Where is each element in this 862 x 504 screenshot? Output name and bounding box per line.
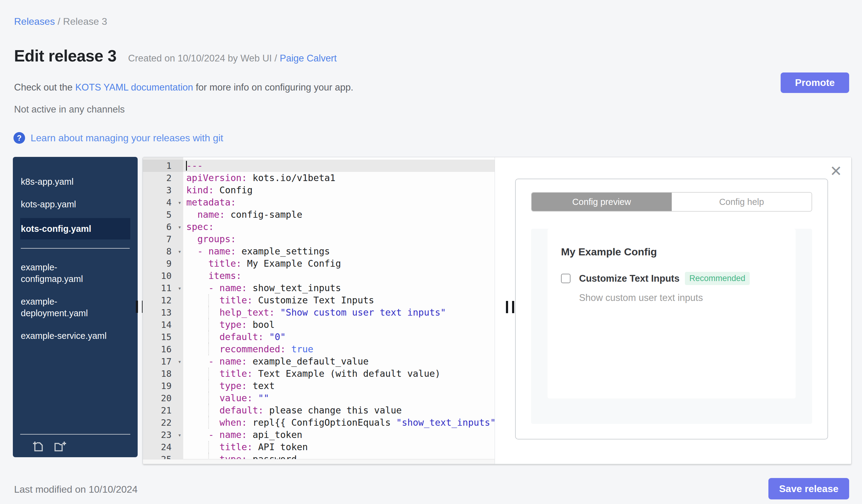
- gutter-line-number: 3: [143, 184, 183, 196]
- fold-arrow-icon[interactable]: ▾: [178, 282, 181, 294]
- gutter-line-number: 22: [143, 416, 183, 429]
- created-text: Created on 10/10/2024 by Web UI /: [128, 53, 280, 64]
- config-item-help: Show custom user text inputs: [579, 292, 782, 303]
- doc-suffix: for more info on configuring your app.: [193, 82, 353, 93]
- gutter-line-number: 20: [143, 392, 183, 404]
- gutter-line-number: 9: [143, 257, 183, 270]
- config-item-row: Customize Text Inputs Recommended: [561, 272, 782, 285]
- breadcrumb-separator: /: [55, 16, 63, 27]
- code-line-text: title: API token: [183, 441, 495, 453]
- question-mark-icon[interactable]: ?: [13, 132, 25, 144]
- sidebar-item-kots-app.yaml[interactable]: kots-app.yaml: [20, 196, 116, 213]
- doc-prefix: Check out the: [14, 82, 75, 93]
- gutter-line-number: 18: [143, 368, 183, 380]
- indent-guide: [208, 331, 209, 343]
- code-line-11: 11▾ - name: show_text_inputs: [143, 282, 495, 294]
- new-folder-button[interactable]: [53, 439, 67, 453]
- preview-tabs: Config previewConfig help: [531, 192, 812, 212]
- code-line-text: title: Text Example (with default value): [183, 368, 495, 380]
- gutter-line-number: 21: [143, 404, 183, 416]
- config-preview-area: My Example Config Customize Text Inputs …: [531, 229, 812, 424]
- code-line-5: 5 name: config-sample: [143, 209, 495, 221]
- fold-arrow-icon[interactable]: ▾: [178, 245, 181, 257]
- text-cursor: [186, 161, 187, 171]
- code-line-22: 22 when: repl{{ ConfigOptionEquals "show…: [143, 416, 495, 429]
- code-line-12: 12 title: Customize Text Inputs: [143, 294, 495, 306]
- code-line-text: - name: example_default_value: [183, 355, 495, 368]
- code-line-20: 20 value: "": [143, 392, 495, 404]
- code-line-text: - name: show_text_inputs: [183, 282, 495, 294]
- code-line-19: 19 type: text: [143, 380, 495, 392]
- code-line-8: 8▾ - name: example_settings: [143, 245, 495, 257]
- code-rows[interactable]: 1---2apiVersion: kots.io/v1beta13kind: C…: [143, 157, 495, 459]
- indent-guide: [208, 380, 209, 392]
- gutter-line-number: 6▾: [143, 221, 183, 233]
- gutter-line-number: 24: [143, 441, 183, 453]
- code-line-text: value: "": [183, 392, 495, 404]
- code-line-text: title: My Example Config: [183, 257, 495, 270]
- sidebar-item-example-deployment.yaml[interactable]: example-deployment.yaml: [20, 293, 116, 322]
- code-line-text: title: Customize Text Inputs: [183, 294, 495, 306]
- gutter-line-number: 4▾: [143, 196, 183, 209]
- breadcrumb: Releases / Release 3: [14, 16, 107, 27]
- code-line-23: 23▾ - name: api_token: [143, 429, 495, 441]
- gutter-line-number: 23▾: [143, 429, 183, 441]
- code-line-text: ---: [183, 160, 495, 172]
- close-icon[interactable]: ✕: [830, 164, 842, 178]
- recommended-badge: Recommended: [685, 272, 749, 285]
- sidebar-item-k8s-app.yaml[interactable]: k8s-app.yaml: [20, 173, 116, 190]
- indent-guide: [208, 319, 209, 331]
- file-sidebar: k8s-app.yamlkots-app.yamlkots-config.yam…: [13, 157, 138, 457]
- code-line-2: 2apiVersion: kots.io/v1beta1: [143, 172, 495, 184]
- save-release-button[interactable]: Save release: [768, 478, 849, 500]
- gutter-line-number: 17▾: [143, 355, 183, 368]
- preview-card: Config previewConfig help My Example Con…: [515, 178, 828, 439]
- customize-text-inputs-checkbox[interactable]: [561, 274, 571, 283]
- tab-config-help[interactable]: Config help: [672, 193, 812, 211]
- config-group-card: My Example Config Customize Text Inputs …: [548, 229, 796, 398]
- gutter-line-number: 11▾: [143, 282, 183, 294]
- author-link[interactable]: Paige Calvert: [280, 53, 337, 64]
- code-line-15: 15 default: "0": [143, 331, 495, 343]
- kots-yaml-doc-link[interactable]: KOTS YAML documentation: [75, 82, 193, 93]
- page-title: Edit release 3: [14, 47, 117, 65]
- breadcrumb-current: Release 3: [63, 16, 107, 27]
- code-line-10: 10 items:: [143, 270, 495, 282]
- code-line-21: 21 default: please change this value: [143, 404, 495, 416]
- git-releases-link[interactable]: Learn about managing your releases with …: [30, 132, 223, 144]
- gutter-line-number: 10: [143, 270, 183, 282]
- fold-arrow-icon[interactable]: ▾: [178, 355, 181, 368]
- code-line-text: default: please change this value: [183, 404, 495, 416]
- promote-button[interactable]: Promote: [781, 72, 849, 93]
- sidebar-item-example-configmap.yaml[interactable]: example-configmap.yaml: [20, 258, 116, 288]
- fold-arrow-icon[interactable]: ▾: [178, 221, 181, 233]
- code-line-text: help_text: "Show custom user text inputs…: [183, 306, 495, 319]
- horizontal-scrollbar[interactable]: [143, 459, 495, 464]
- code-line-text: when: repl{{ ConfigOptionEquals "show_te…: [183, 416, 495, 429]
- code-line-17: 17▾ - name: example_default_value: [143, 355, 495, 368]
- gutter-line-number: 16: [143, 343, 183, 355]
- gutter-line-number: 8▾: [143, 245, 183, 257]
- code-line-13: 13 help_text: "Show custom user text inp…: [143, 306, 495, 319]
- config-item-label: Customize Text Inputs: [579, 273, 679, 284]
- config-preview-panel: ✕ Config previewConfig help My Example C…: [495, 157, 851, 464]
- breadcrumb-releases-link[interactable]: Releases: [14, 16, 55, 27]
- code-line-text: - name: example_settings: [183, 245, 495, 257]
- sidebar-actions: [32, 439, 67, 453]
- indent-guide: [208, 404, 209, 416]
- preview-resize-handle[interactable]: [506, 301, 514, 313]
- gutter-line-number: 7: [143, 233, 183, 245]
- tab-config-preview[interactable]: Config preview: [532, 193, 672, 211]
- fold-arrow-icon[interactable]: ▾: [178, 196, 181, 209]
- sidebar-item-kots-config.yaml[interactable]: kots-config.yaml: [20, 218, 130, 239]
- new-file-button[interactable]: [32, 439, 45, 453]
- gutter-line-number: 15: [143, 331, 183, 343]
- indent-guide: [208, 343, 209, 355]
- gutter-line-number: 13: [143, 306, 183, 319]
- code-line-text: type: bool: [183, 319, 495, 331]
- fold-arrow-icon[interactable]: ▾: [178, 429, 181, 441]
- sidebar-item-example-service.yaml[interactable]: example-service.yaml: [20, 327, 116, 345]
- code-line-text: metadata:: [183, 196, 495, 209]
- code-line-text: spec:: [183, 221, 495, 233]
- code-line-4: 4▾metadata:: [143, 196, 495, 209]
